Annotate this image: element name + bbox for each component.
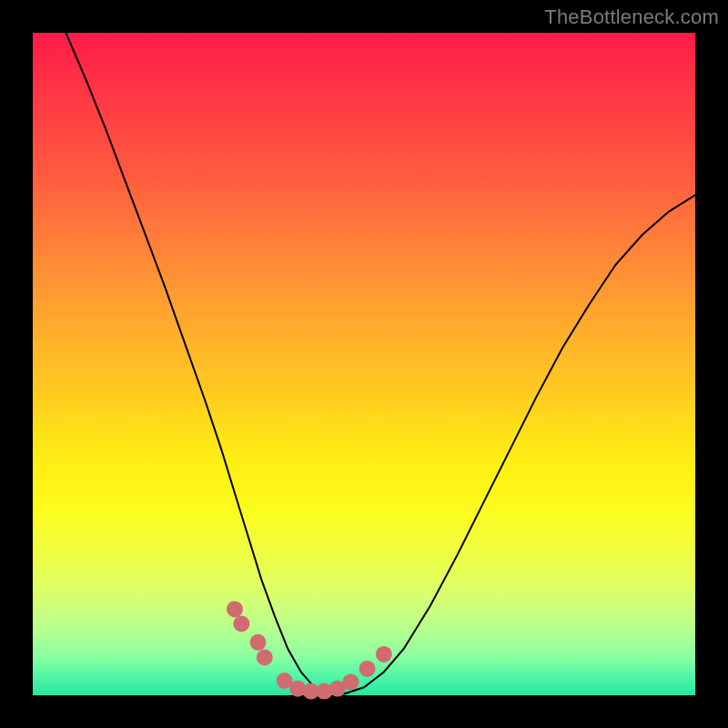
chart-svg [33,33,695,695]
highlight-dot [359,661,376,677]
highlight-dot [342,673,359,690]
watermark-text: TheBottleneck.com [544,5,719,29]
highlight-dot [376,646,392,662]
chart-frame: TheBottleneck.com [0,0,728,728]
highlight-dot [233,615,249,632]
bottleneck-curve [66,33,695,694]
highlight-dot [227,601,243,617]
plot-area [33,33,695,695]
highlight-dot [257,650,273,666]
highlight-dot [250,634,267,651]
